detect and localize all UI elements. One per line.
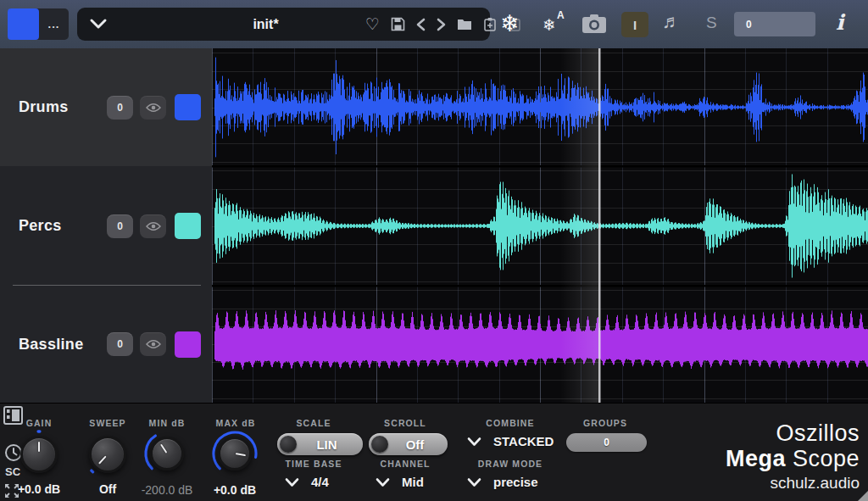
plugin-window: ... init* ♡: [0, 0, 868, 501]
track-color-swatch[interactable]: [175, 331, 201, 358]
channel-dropdown[interactable]: Mid: [376, 475, 424, 489]
scale-toggle[interactable]: LIN: [277, 433, 363, 455]
min-db-value: -200.0 dB: [133, 483, 201, 497]
channel-value: Mid: [402, 475, 424, 489]
groups-value-button[interactable]: 0: [566, 433, 647, 452]
sweep-knob[interactable]: [89, 436, 126, 473]
track-count-button[interactable]: 0: [107, 332, 133, 356]
track-row-bassline[interactable]: Bassline 0: [0, 286, 212, 403]
preset-name[interactable]: init*: [204, 17, 327, 32]
min-db-label: MIN dB: [139, 418, 195, 428]
resize-grip[interactable]: [858, 491, 868, 501]
time-base-label: TIME BASE: [271, 459, 356, 469]
counter-input[interactable]: 0: [734, 12, 815, 36]
gain-value: +0.0 dB: [5, 482, 73, 496]
time-base-value: 4/4: [311, 475, 329, 489]
groups-label: GROUPS: [563, 418, 648, 428]
scope-canvas[interactable]: [212, 48, 868, 403]
header-right-tools: ❄ ❄A I ♬ S 0 i: [490, 0, 868, 48]
freeze-snowflake-icon[interactable]: ❄: [500, 10, 520, 37]
max-db-label: MAX dB: [208, 418, 264, 428]
chevron-down-icon: [467, 437, 481, 447]
track-name: Drums: [19, 98, 69, 116]
max-db-value: +0.0 dB: [201, 483, 269, 497]
scale-label: SCALE: [271, 418, 356, 428]
track-count-button[interactable]: 0: [107, 214, 133, 238]
sweep-value: Off: [74, 482, 142, 496]
combine-label: COMBINE: [464, 418, 557, 428]
preset-bar: init* ♡: [77, 8, 490, 41]
solo-button[interactable]: S: [706, 14, 717, 32]
next-preset-chevron-right-icon[interactable]: [437, 18, 446, 31]
track-name: Bassline: [19, 336, 83, 353]
preset-color-group: ...: [8, 8, 69, 40]
draw-mode-label: DRAW MODE: [464, 459, 557, 469]
preset-menu-chevron-down-icon[interactable]: [89, 18, 108, 33]
draw-mode-value: precise: [493, 475, 538, 489]
track-color-swatch[interactable]: [175, 94, 201, 120]
scroll-toggle[interactable]: Off: [369, 433, 448, 455]
sweep-label: SWEEP: [82, 418, 133, 428]
track-color-swatch[interactable]: [175, 213, 201, 239]
combine-dropdown[interactable]: STACKED: [467, 434, 554, 448]
beamed-notes-icon[interactable]: ♬: [662, 11, 681, 33]
scroll-toggle-knob: [371, 436, 388, 453]
gain-knob[interactable]: [20, 436, 58, 473]
draw-mode-dropdown[interactable]: precise: [467, 475, 538, 489]
prev-preset-chevron-left-icon[interactable]: [416, 18, 426, 31]
snapshot-camera-icon[interactable]: [581, 14, 607, 34]
chevron-down-icon: [376, 477, 390, 487]
more-options-button[interactable]: ...: [39, 8, 69, 40]
track-count-button[interactable]: 0: [107, 96, 133, 120]
product-name-line2: Mega Scope: [726, 446, 860, 472]
track-visibility-eye-icon[interactable]: [140, 96, 166, 120]
min-db-knob[interactable]: [150, 437, 184, 470]
company-name: schulz.audio: [726, 472, 860, 493]
info-button[interactable]: i: [836, 10, 844, 35]
channel-label: CHANNEL: [363, 459, 448, 469]
auto-freeze-snowflake-icon[interactable]: ❄A: [542, 15, 564, 35]
input-monitor-button[interactable]: I: [621, 12, 648, 37]
track-row-percs[interactable]: Percs 0: [0, 166, 212, 286]
combine-value: STACKED: [493, 434, 554, 448]
chevron-down-icon: [467, 477, 481, 487]
branding: Oszillos Mega Scope schulz.audio: [726, 420, 860, 493]
header-bar: ... init* ♡: [0, 0, 868, 48]
preset-folder-icon[interactable]: [457, 18, 472, 31]
track-name: Percs: [19, 217, 62, 235]
track-visibility-eye-icon[interactable]: [140, 214, 166, 238]
favorite-heart-icon[interactable]: ♡: [365, 16, 380, 32]
scroll-label: SCROLL: [363, 418, 448, 428]
product-name-line1: Oszillos: [726, 420, 860, 446]
gain-label: GAIN: [14, 418, 64, 428]
track-visibility-eye-icon[interactable]: [140, 332, 166, 356]
preset-color-swatch[interactable]: [8, 8, 39, 40]
max-db-knob[interactable]: [218, 437, 252, 470]
time-base-dropdown[interactable]: 4/4: [285, 475, 329, 489]
track-panel: Drums 0 Percs 0 Bassline 0: [0, 48, 212, 403]
scale-toggle-knob: [280, 436, 297, 453]
chevron-down-icon: [285, 477, 299, 487]
track-row-drums[interactable]: Drums 0: [0, 48, 212, 166]
save-icon[interactable]: [391, 17, 405, 31]
